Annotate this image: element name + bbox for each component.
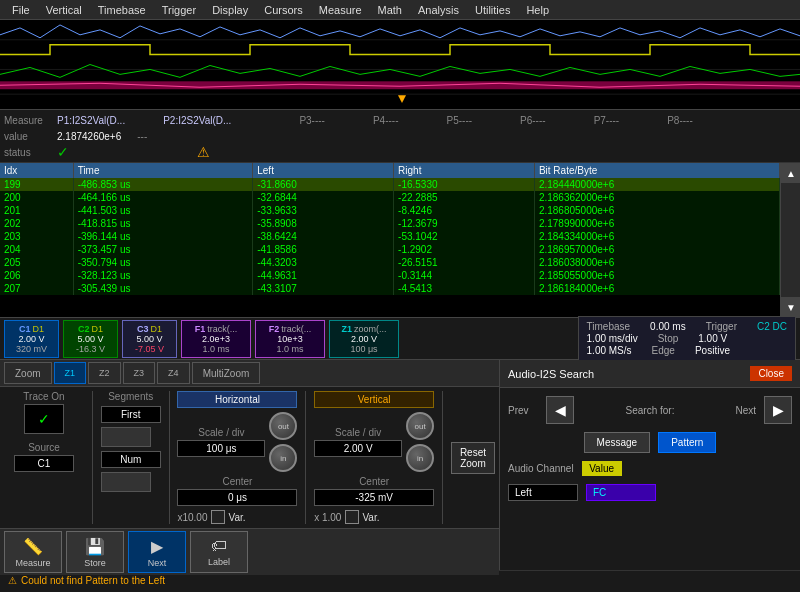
f2-sub: track(... xyxy=(281,324,311,334)
table-row[interactable]: 204-373.457 us-41.8586-1.29022.186957000… xyxy=(0,243,780,256)
audio-channel-row: Audio Channel Value xyxy=(508,461,792,476)
trace-check-icon: ✓ xyxy=(38,411,50,427)
table-cell-time: -396.144 us xyxy=(73,230,253,243)
vertical-col: Vertical Scale / div 2.00 V out in xyxy=(314,391,434,524)
menu-timebase[interactable]: Timebase xyxy=(90,2,154,18)
tab-z4[interactable]: Z4 xyxy=(157,362,190,384)
data-table: Idx Time Left Right Bit Rate/Byte 199-48… xyxy=(0,163,780,317)
center-val[interactable]: 0 μs xyxy=(177,489,297,506)
segments-slider[interactable] xyxy=(101,427,151,447)
value-label-badge: Value xyxy=(582,461,622,476)
measure-btn[interactable]: 📏 Measure xyxy=(4,531,62,573)
tab-z2[interactable]: Z2 xyxy=(88,362,121,384)
pattern-btn[interactable]: Pattern xyxy=(658,432,716,453)
segments-first[interactable]: First xyxy=(101,406,161,423)
measure-p3: P3---- xyxy=(299,115,325,126)
measure-dash: --- xyxy=(137,131,147,142)
scale-val[interactable]: 100 μs xyxy=(177,440,265,457)
menu-vertical[interactable]: Vertical xyxy=(38,2,90,18)
table-cell-idx: 205 xyxy=(0,256,73,269)
col-left: Left xyxy=(253,163,394,178)
horizontal-col: Horizontal Scale / div 100 μs out in xyxy=(177,391,297,524)
table-cell-left: -44.3203 xyxy=(253,256,394,269)
v-out-knob[interactable]: out xyxy=(406,412,434,440)
menu-utilities[interactable]: Utilities xyxy=(467,2,518,18)
col-time: Time xyxy=(73,163,253,178)
menu-analysis[interactable]: Analysis xyxy=(410,2,467,18)
v-scale-val[interactable]: 2.00 V xyxy=(314,440,402,457)
v-center-label: Center xyxy=(314,476,434,487)
label-icon: 🏷 xyxy=(211,537,227,555)
table-cell-right: -0.3144 xyxy=(394,269,535,282)
table-cell-right: -22.2885 xyxy=(394,191,535,204)
table-cell-right: -26.5151 xyxy=(394,256,535,269)
label-btn[interactable]: 🏷 Label xyxy=(190,531,248,573)
search-buttons: Message Pattern xyxy=(508,432,792,453)
table-row[interactable]: 202-418.815 us-35.8908-12.36792.17899000… xyxy=(0,217,780,230)
table-row[interactable]: 199-486.853 us-31.8660-16.53302.18444000… xyxy=(0,178,780,191)
next-btn[interactable]: ▶ Next xyxy=(128,531,186,573)
tab-multizoom[interactable]: MultiZoom xyxy=(192,362,261,384)
table-row[interactable]: 206-328.123 us-44.9631-0.31442.185055000… xyxy=(0,269,780,282)
f1-sub: track(... xyxy=(207,324,237,334)
table-cell-time: -373.457 us xyxy=(73,243,253,256)
table-row[interactable]: 201-441.503 us-33.9633-8.42462.186805000… xyxy=(0,204,780,217)
c3-label: C3 xyxy=(137,324,149,334)
measure-p5: P5---- xyxy=(447,115,473,126)
menu-display[interactable]: Display xyxy=(204,2,256,18)
c1-volt: 2.00 V xyxy=(18,334,44,344)
channel-f2[interactable]: F2 track(... 10e+3 1.0 ms xyxy=(255,320,325,358)
reset-zoom-btn[interactable]: Reset Zoom xyxy=(451,442,495,474)
menu-cursors[interactable]: Cursors xyxy=(256,2,311,18)
scroll-down[interactable]: ▼ xyxy=(781,297,800,317)
trace-on-checkbox[interactable]: ✓ xyxy=(24,404,64,434)
v-center-val[interactable]: -325 mV xyxy=(314,489,434,506)
channel-c3[interactable]: C3 D1 5.00 V -7.05 V xyxy=(122,320,177,358)
waveform-area xyxy=(0,20,800,110)
channel-f1[interactable]: F1 track(... 2.0e+3 1.0 ms xyxy=(181,320,251,358)
table-row[interactable]: 205-350.794 us-44.3203-26.51512.18603800… xyxy=(0,256,780,269)
channel-c2[interactable]: C2 D1 5.00 V -16.3 V xyxy=(63,320,118,358)
store-btn[interactable]: 💾 Store xyxy=(66,531,124,573)
v-in-knob[interactable]: in xyxy=(406,444,434,472)
fc-value-input[interactable]: FC xyxy=(586,484,656,501)
table-cell-idx: 203 xyxy=(0,230,73,243)
channel-z1[interactable]: Z1 zoom(... 2.00 V 100 μs xyxy=(329,320,399,358)
warning-icon: ⚠ xyxy=(8,575,17,586)
stop-label: Stop xyxy=(658,333,679,344)
menu-help[interactable]: Help xyxy=(518,2,557,18)
segments-num-slider[interactable] xyxy=(101,472,151,492)
h-out-knob[interactable]: out xyxy=(269,412,297,440)
table-row[interactable]: 203-396.144 us-38.6424-53.10422.18433400… xyxy=(0,230,780,243)
tab-z3[interactable]: Z3 xyxy=(123,362,156,384)
h-var-checkbox[interactable] xyxy=(211,510,225,524)
table-row[interactable]: 200-464.166 us-32.6844-22.28852.18636200… xyxy=(0,191,780,204)
segments-num[interactable]: Num xyxy=(101,451,161,468)
search-title: Audio-I2S Search xyxy=(508,368,594,380)
audio-channel-select[interactable]: Left xyxy=(508,484,578,501)
tab-z1[interactable]: Z1 xyxy=(54,362,87,384)
message-btn[interactable]: Message xyxy=(584,432,651,453)
menubar: File Vertical Timebase Trigger Display C… xyxy=(0,0,800,20)
scroll-up[interactable]: ▲ xyxy=(781,163,800,183)
table-cell-time: -418.815 us xyxy=(73,217,253,230)
prev-arrow[interactable]: ◀ xyxy=(546,396,574,424)
menu-measure[interactable]: Measure xyxy=(311,2,370,18)
status-message: Could not find Pattern to the Left xyxy=(21,575,165,586)
table-row[interactable]: 207-305.439 us-43.3107-4.54132.186184000… xyxy=(0,282,780,295)
v-var-checkbox[interactable] xyxy=(345,510,359,524)
menu-trigger[interactable]: Trigger xyxy=(154,2,204,18)
bottom-area: Zoom Z1 Z2 Z3 Z4 MultiZoom Trace On ✓ So… xyxy=(0,360,800,570)
v-in-label: in xyxy=(417,454,423,463)
h-in-knob[interactable]: in xyxy=(269,444,297,472)
menu-math[interactable]: Math xyxy=(370,2,410,18)
center-label: Center xyxy=(177,476,297,487)
channel-c1[interactable]: C1 D1 2.00 V 320 mV xyxy=(4,320,59,358)
source-value[interactable]: C1 xyxy=(14,455,74,472)
close-btn[interactable]: Close xyxy=(750,366,792,381)
table-cell-time: -441.503 us xyxy=(73,204,253,217)
menu-file[interactable]: File xyxy=(4,2,38,18)
next-arrow[interactable]: ▶ xyxy=(764,396,792,424)
div-label: 1.00 ms/div xyxy=(587,333,638,344)
table-cell-time: -305.439 us xyxy=(73,282,253,295)
